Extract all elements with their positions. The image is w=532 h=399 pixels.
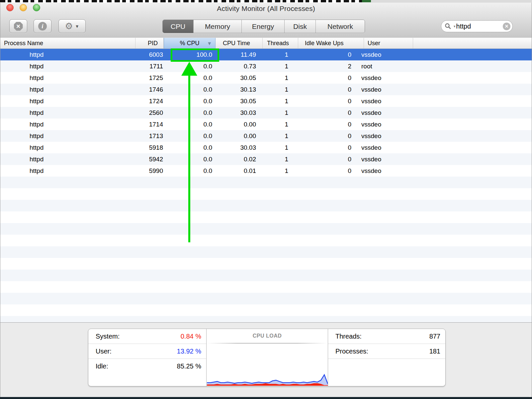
search-input[interactable] xyxy=(456,22,503,31)
cell-threads: 1 xyxy=(263,51,298,58)
cell-idle-wake-ups: 0 xyxy=(298,109,360,117)
settings-dropdown-button[interactable]: ⚙ ▼ xyxy=(58,19,86,33)
cell-pid: 6003 xyxy=(135,51,164,58)
inspect-process-button[interactable]: i xyxy=(34,19,51,33)
cell-name: httpd xyxy=(0,63,135,70)
cell-pid: 5918 xyxy=(135,144,164,151)
clear-search-button[interactable]: ✕ xyxy=(503,23,510,30)
table-row[interactable]: httpd25600.030.0310vssdeo xyxy=(0,107,532,119)
cell-user: vssdeo xyxy=(360,132,532,140)
cell-name: httpd xyxy=(0,74,135,82)
info-icon: i xyxy=(38,22,47,31)
cell-user: vssdeo xyxy=(360,156,532,163)
user-stat-row: User: 13.92 % xyxy=(88,344,206,359)
cell-cpu-time: 11.49 xyxy=(216,51,263,58)
cell-threads: 1 xyxy=(263,98,298,105)
tab-network[interactable]: Network xyxy=(316,20,365,33)
cell-threads: 1 xyxy=(263,156,298,163)
cropped-content-below-window xyxy=(0,397,532,399)
system-value: 0.84 % xyxy=(181,333,201,340)
threads-value: 877 xyxy=(429,333,440,340)
column-header-threads[interactable]: Threads xyxy=(263,38,298,48)
counts-section: Threads: 877 Processes: 181 xyxy=(328,329,445,386)
cell-name: httpd xyxy=(0,86,135,93)
quit-process-button[interactable]: ✕ xyxy=(9,19,27,33)
table-row-empty xyxy=(0,281,532,293)
table-row-empty xyxy=(0,258,532,270)
annotation-highlight-box xyxy=(171,48,219,62)
cell-idle-wake-ups: 0 xyxy=(298,156,360,163)
column-header-cpu-time[interactable]: CPU Time xyxy=(216,38,263,48)
search-field[interactable]: ▾ ✕ xyxy=(441,20,513,32)
table-row-empty xyxy=(0,304,532,316)
sort-descending-icon: ▼ xyxy=(207,40,212,46)
cell-pid: 1711 xyxy=(135,63,164,70)
cropped-green-fragment xyxy=(362,0,371,2)
tab-cpu[interactable]: CPU xyxy=(163,20,194,33)
view-segmented-control: CPU Memory Energy Disk Network xyxy=(162,20,365,33)
table-row[interactable]: httpd17460.030.1310vssdeo xyxy=(0,84,532,95)
cell-user: vssdeo xyxy=(360,74,532,82)
table-row[interactable]: httpd17110.00.7312root xyxy=(0,60,532,72)
column-header-percent-cpu[interactable]: % CPU ▼ xyxy=(164,38,216,48)
cpu-load-divider xyxy=(207,343,327,344)
gear-icon: ⚙ xyxy=(65,22,73,31)
cell-cpu-time: 0.01 xyxy=(216,167,263,175)
cpu-summary-panel: System: 0.84 % User: 13.92 % Idle: 85.25… xyxy=(88,329,446,386)
table-row[interactable]: httpd17140.00.0010vssdeo xyxy=(0,119,532,130)
table-row[interactable]: httpd6003100.011.4910vssdeo xyxy=(0,49,532,60)
table-row[interactable]: httpd17240.030.0510vssdeo xyxy=(0,95,532,107)
cell-user: vssdeo xyxy=(360,51,532,58)
cell-pid: 1713 xyxy=(135,132,164,140)
processes-label: Processes: xyxy=(335,348,368,355)
annotation-arrow-shaft xyxy=(188,75,190,242)
cell-idle-wake-ups: 0 xyxy=(298,74,360,82)
tab-memory[interactable]: Memory xyxy=(194,20,242,33)
table-row[interactable]: httpd17130.00.0010vssdeo xyxy=(0,130,532,142)
cpu-load-section: CPU LOAD xyxy=(207,329,328,386)
cell-cpu-time: 30.13 xyxy=(216,86,263,93)
system-stat-row: System: 0.84 % xyxy=(88,329,206,344)
tab-disk[interactable]: Disk xyxy=(285,20,316,33)
cell-idle-wake-ups: 0 xyxy=(298,98,360,105)
idle-value: 85.25 % xyxy=(177,362,201,370)
column-header-idle-wake-ups[interactable]: Idle Wake Ups xyxy=(298,38,364,48)
cell-pid: 1746 xyxy=(135,86,164,93)
tab-energy[interactable]: Energy xyxy=(242,20,285,33)
cell-cpu-time: 30.03 xyxy=(216,144,263,151)
cell-user: vssdeo xyxy=(360,121,532,128)
cropped-content-above-window xyxy=(0,0,532,3)
table-row[interactable]: httpd59900.00.0110vssdeo xyxy=(0,165,532,177)
cell-idle-wake-ups: 0 xyxy=(298,144,360,151)
cell-name: httpd xyxy=(0,98,135,105)
column-header-user[interactable]: User xyxy=(364,38,413,48)
processes-stat-row: Processes: 181 xyxy=(328,344,445,359)
magnifier-icon xyxy=(445,23,451,30)
cell-cpu-time: 0.02 xyxy=(216,156,263,163)
cell-pid: 1714 xyxy=(135,121,164,128)
cell-cpu-time: 0.73 xyxy=(216,63,263,70)
table-row[interactable]: httpd59420.00.0210vssdeo xyxy=(0,153,532,165)
screenshot-root: Activity Monitor (All Processes) ✕ i ⚙ ▼… xyxy=(0,0,532,399)
table-row-empty xyxy=(0,270,532,281)
cell-idle-wake-ups: 2 xyxy=(298,63,360,70)
cell-threads: 1 xyxy=(263,74,298,82)
cell-pid: 2560 xyxy=(135,109,164,117)
cell-name: httpd xyxy=(0,51,135,58)
cell-user: vssdeo xyxy=(360,109,532,117)
percent-cpu-label: % CPU xyxy=(180,40,199,47)
system-label: System: xyxy=(96,333,120,340)
cell-pid: 5942 xyxy=(135,156,164,163)
cell-name: httpd xyxy=(0,121,135,128)
table-row[interactable]: httpd59180.030.0310vssdeo xyxy=(0,142,532,153)
column-header-pid[interactable]: PID xyxy=(135,38,164,48)
cell-name: httpd xyxy=(0,109,135,117)
cell-cpu-time: 0.00 xyxy=(216,132,263,140)
window-chrome: Activity Monitor (All Processes) ✕ i ⚙ ▼… xyxy=(0,3,532,38)
cpu-load-sparkline xyxy=(207,370,328,386)
cell-pid: 5990 xyxy=(135,167,164,175)
cell-threads: 1 xyxy=(263,144,298,151)
column-header-process-name[interactable]: Process Name xyxy=(0,38,135,48)
cpu-percent-section: System: 0.84 % User: 13.92 % Idle: 85.25… xyxy=(88,329,207,386)
table-row[interactable]: httpd17250.030.0510vssdeo xyxy=(0,72,532,84)
